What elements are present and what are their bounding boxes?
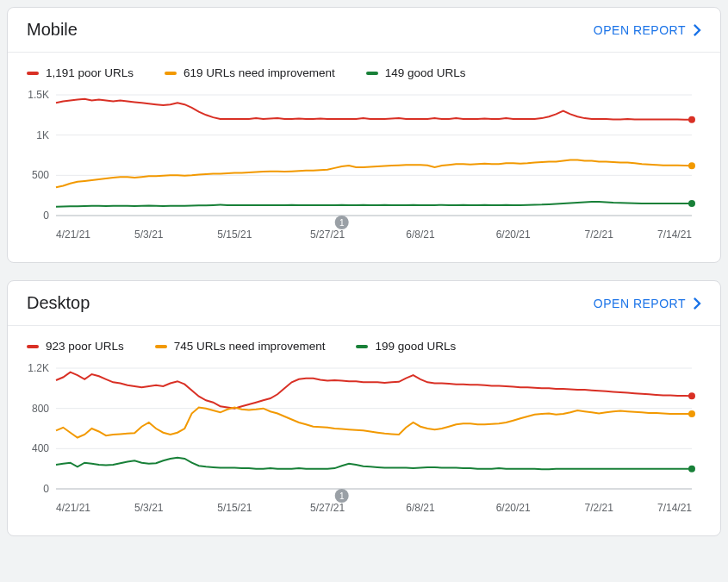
svg-text:6/20/21: 6/20/21 (496, 502, 531, 514)
svg-text:5/3/21: 5/3/21 (134, 502, 164, 514)
chevron-right-icon (693, 297, 701, 310)
desktop-chart-area: 04008001.2K4/21/215/3/215/15/215/27/216/… (8, 360, 720, 535)
svg-text:800: 800 (32, 403, 49, 415)
desktop-open-report-link[interactable]: OPEN REPORT (594, 297, 701, 310)
svg-text:5/15/21: 5/15/21 (217, 228, 252, 241)
desktop-series-needs (56, 408, 692, 438)
svg-text:7/2/21: 7/2/21 (585, 228, 614, 241)
svg-text:500: 500 (32, 169, 49, 181)
mobile-card: MobileOPEN REPORT1,191 poor URLs619 URLs… (7, 7, 721, 263)
mobile-end-dot-poor (688, 116, 695, 123)
desktop-legend-poor-label: 923 poor URLs (46, 340, 124, 353)
mobile-legend-poor-label: 1,191 poor URLs (46, 66, 134, 79)
desktop-legend-needs[interactable]: 745 URLs need improvement (155, 340, 326, 353)
open-report-label: OPEN REPORT (594, 23, 686, 37)
mobile-legend-good-label: 149 good URLs (385, 66, 466, 79)
svg-text:5/27/21: 5/27/21 (310, 502, 345, 514)
svg-text:7/2/21: 7/2/21 (585, 502, 614, 514)
mobile-legend: 1,191 poor URLs619 URLs need improvement… (8, 53, 720, 86)
svg-text:4/21/21: 4/21/21 (56, 502, 90, 514)
mobile-legend-good[interactable]: 149 good URLs (366, 66, 466, 79)
needs-swatch (165, 72, 177, 75)
svg-text:6/8/21: 6/8/21 (406, 228, 435, 241)
open-report-label: OPEN REPORT (594, 297, 686, 310)
svg-text:7/14/21: 7/14/21 (657, 228, 692, 241)
desktop-title: Desktop (27, 293, 90, 313)
mobile-legend-needs[interactable]: 619 URLs need improvement (165, 66, 335, 79)
desktop-chart: 04008001.2K4/21/215/3/215/15/215/27/216/… (22, 360, 702, 523)
svg-text:5/3/21: 5/3/21 (134, 228, 164, 241)
desktop-card: DesktopOPEN REPORT923 poor URLs745 URLs … (7, 280, 721, 536)
good-swatch (356, 345, 368, 348)
mobile-end-dot-good (688, 200, 695, 207)
mobile-series-poor (56, 99, 692, 120)
mobile-card-header: MobileOPEN REPORT (8, 8, 720, 52)
svg-text:4/21/21: 4/21/21 (56, 228, 90, 241)
mobile-open-report-link[interactable]: OPEN REPORT (594, 23, 701, 37)
svg-text:5/27/21: 5/27/21 (310, 228, 345, 241)
desktop-end-dot-poor (688, 392, 695, 399)
good-swatch (366, 72, 378, 75)
mobile-title: Mobile (27, 20, 78, 40)
desktop-series-poor (56, 372, 692, 409)
poor-swatch (27, 345, 39, 348)
desktop-legend-needs-label: 745 URLs need improvement (174, 340, 326, 353)
mobile-chart-area: 05001K1.5K4/21/215/3/215/15/215/27/216/8… (8, 86, 720, 262)
svg-text:6/20/21: 6/20/21 (496, 228, 531, 241)
svg-text:7/14/21: 7/14/21 (657, 502, 692, 514)
mobile-series-needs (56, 160, 692, 188)
mobile-legend-poor[interactable]: 1,191 poor URLs (27, 66, 134, 79)
svg-text:5/15/21: 5/15/21 (217, 502, 252, 514)
svg-text:1: 1 (339, 491, 345, 501)
chevron-right-icon (693, 24, 701, 36)
desktop-end-dot-needs (688, 410, 695, 417)
svg-text:6/8/21: 6/8/21 (406, 502, 435, 514)
desktop-legend: 923 poor URLs745 URLs need improvement19… (8, 326, 720, 360)
svg-text:1K: 1K (36, 129, 49, 141)
mobile-series-good (56, 202, 692, 207)
svg-text:0: 0 (43, 210, 49, 222)
svg-text:1.2K: 1.2K (28, 362, 49, 374)
svg-text:1: 1 (339, 218, 345, 228)
svg-text:0: 0 (43, 483, 49, 495)
poor-swatch (27, 72, 39, 75)
desktop-card-header: DesktopOPEN REPORT (8, 281, 720, 325)
desktop-series-good (56, 458, 692, 470)
desktop-legend-good-label: 199 good URLs (375, 340, 456, 353)
desktop-legend-good[interactable]: 199 good URLs (356, 340, 456, 353)
desktop-end-dot-good (688, 466, 695, 472)
svg-text:400: 400 (32, 442, 49, 454)
svg-text:1.5K: 1.5K (28, 89, 49, 101)
mobile-chart: 05001K1.5K4/21/215/3/215/15/215/27/216/8… (22, 86, 702, 250)
mobile-legend-needs-label: 619 URLs need improvement (184, 66, 335, 79)
desktop-legend-poor[interactable]: 923 poor URLs (27, 340, 124, 353)
mobile-end-dot-needs (688, 162, 695, 169)
needs-swatch (155, 345, 167, 348)
